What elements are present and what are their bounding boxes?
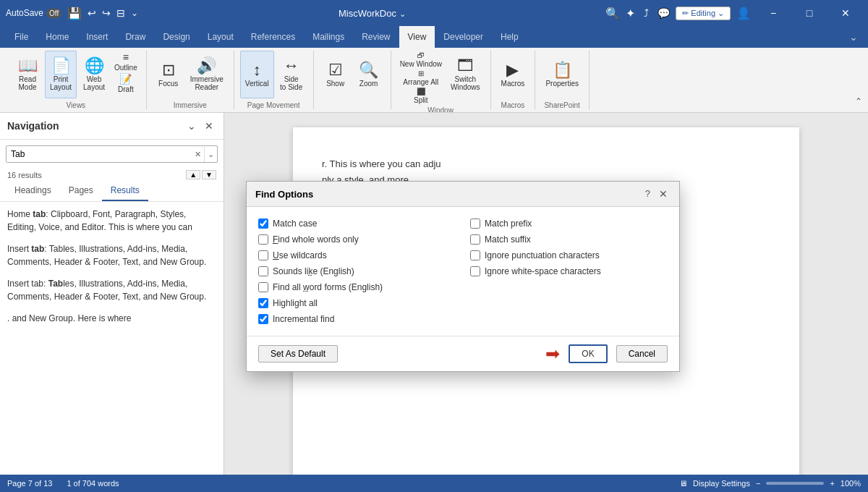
- option-match-case: Match case: [258, 219, 456, 229]
- match-suffix-label[interactable]: Match suffix: [485, 234, 531, 245]
- dialog-col-right: Match prefix Match suffix Ignore punctua…: [470, 219, 668, 324]
- dialog-title: Find Options: [255, 189, 313, 200]
- dialog-body: Match case Find whole words only Use wil…: [247, 207, 679, 336]
- dialog-close-btn[interactable]: ✕: [656, 187, 671, 200]
- highlight-all-label[interactable]: Highlight all: [273, 298, 318, 308]
- dialog-columns: Match case Find whole words only Use wil…: [258, 219, 668, 324]
- dialog-title-buttons: ? ✕: [642, 187, 671, 200]
- all-word-forms-checkbox[interactable]: [258, 282, 268, 292]
- ignore-whitespace-checkbox[interactable]: [470, 266, 480, 276]
- option-wildcards: Use wildcards: [258, 250, 456, 260]
- incremental-label[interactable]: Incremental find: [273, 314, 334, 324]
- option-ignore-whitespace: Ignore white-space characters: [470, 266, 668, 276]
- option-ignore-punct: Ignore punctuation characters: [470, 250, 668, 260]
- match-prefix-checkbox[interactable]: [470, 219, 480, 229]
- match-suffix-checkbox[interactable]: [470, 234, 480, 245]
- option-sounds-like: Sounds like (English): [258, 266, 456, 276]
- highlight-all-checkbox[interactable]: [258, 298, 268, 308]
- sounds-like-label[interactable]: Sounds like (English): [273, 266, 354, 276]
- dialog-titlebar: Find Options ? ✕: [247, 182, 679, 207]
- ignore-whitespace-label[interactable]: Ignore white-space characters: [485, 266, 601, 276]
- match-case-label[interactable]: Match case: [273, 219, 317, 229]
- whole-words-label[interactable]: Find whole words only: [273, 234, 359, 245]
- incremental-checkbox[interactable]: [258, 314, 268, 324]
- option-match-prefix: Match prefix: [470, 219, 668, 229]
- dialog-overlay: Find Options ? ✕ Match case Find whole w…: [0, 0, 868, 492]
- all-word-forms-label[interactable]: Find all word forms (English): [273, 282, 383, 292]
- ignore-punct-label[interactable]: Ignore punctuation characters: [485, 250, 600, 260]
- whole-words-checkbox[interactable]: [258, 234, 268, 245]
- option-whole-words: Find whole words only: [258, 234, 456, 245]
- find-options-dialog: Find Options ? ✕ Match case Find whole w…: [246, 181, 680, 372]
- cancel-btn[interactable]: Cancel: [616, 345, 668, 362]
- wildcards-label[interactable]: Use wildcards: [273, 250, 327, 260]
- option-highlight-all: Highlight all: [258, 298, 456, 308]
- dialog-help-btn[interactable]: ?: [642, 187, 653, 200]
- arrow-indicator: ➡: [545, 344, 560, 364]
- option-incremental: Incremental find: [258, 314, 456, 324]
- ok-btn[interactable]: OK: [569, 344, 607, 363]
- set-as-default-btn[interactable]: Set As Default: [258, 345, 338, 362]
- dialog-ok-cancel-area: ➡ OK Cancel: [545, 344, 668, 364]
- sounds-like-checkbox[interactable]: [258, 266, 268, 276]
- option-match-suffix: Match suffix: [470, 234, 668, 245]
- dialog-col-left: Match case Find whole words only Use wil…: [258, 219, 456, 324]
- option-all-word-forms: Find all word forms (English): [258, 282, 456, 292]
- wildcards-checkbox[interactable]: [258, 250, 268, 260]
- match-prefix-label[interactable]: Match prefix: [485, 219, 532, 229]
- ignore-punct-checkbox[interactable]: [470, 250, 480, 260]
- dialog-footer: Set As Default ➡ OK Cancel: [247, 336, 679, 371]
- match-case-checkbox[interactable]: [258, 219, 268, 229]
